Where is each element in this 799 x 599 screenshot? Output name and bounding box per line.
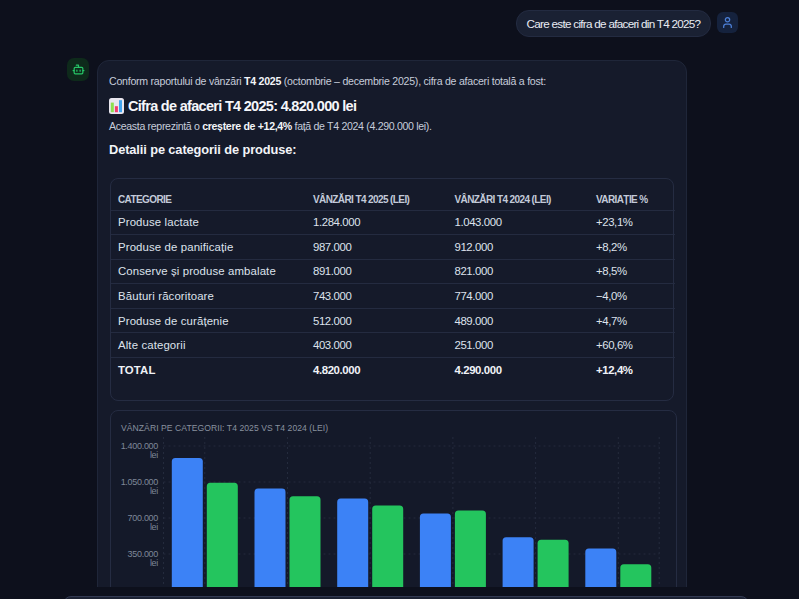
svg-text:lei: lei — [150, 450, 158, 460]
svg-text:lei: lei — [150, 558, 158, 568]
svg-text:lei: lei — [150, 486, 158, 496]
svg-text:lei: lei — [150, 522, 158, 532]
